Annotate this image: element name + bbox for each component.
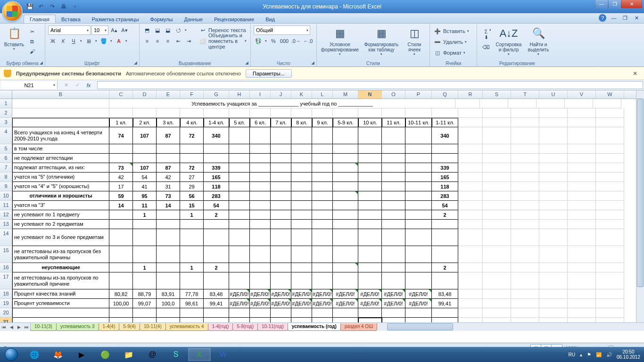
- cell-E14[interactable]: [157, 229, 180, 246]
- cell-N12[interactable]: [358, 210, 382, 220]
- cell-W18[interactable]: [596, 289, 624, 299]
- cell-M9[interactable]: [333, 182, 358, 191]
- cell-T5[interactable]: [511, 144, 539, 154]
- cell-C6[interactable]: [109, 154, 133, 163]
- minimize-button[interactable]: —: [595, 0, 608, 8]
- cell-O13[interactable]: [382, 220, 405, 229]
- cell-S17[interactable]: [483, 272, 511, 289]
- cell-D12[interactable]: 1: [133, 210, 157, 220]
- cell-V1[interactable]: [565, 99, 593, 108]
- delete-cells-label[interactable]: Удалить: [443, 39, 463, 45]
- cell-J21[interactable]: [271, 318, 291, 322]
- cell-P12[interactable]: [405, 210, 432, 220]
- row-label-10[interactable]: отличники и хорошисты: [12, 191, 109, 201]
- cell-U10[interactable]: [539, 191, 568, 201]
- tab-home[interactable]: Главная: [24, 15, 56, 23]
- increase-font-icon[interactable]: A▴: [109, 25, 119, 35]
- cell-U13[interactable]: [539, 220, 568, 229]
- cell-G2[interactable]: [204, 108, 229, 118]
- row-label-17[interactable]: не аттестованы из-за пропусков по уважит…: [12, 272, 109, 289]
- cell-I10[interactable]: [250, 191, 271, 201]
- clipboard-dialog-launcher[interactable]: ◢: [38, 60, 44, 66]
- cell-P14[interactable]: [405, 229, 432, 246]
- cell-H2[interactable]: [229, 108, 250, 118]
- cell-O8[interactable]: [382, 173, 405, 182]
- cell-W20[interactable]: [596, 308, 624, 318]
- cell-L21[interactable]: [312, 318, 333, 322]
- cell-R19[interactable]: [458, 299, 483, 308]
- comma-icon[interactable]: 000: [279, 36, 289, 46]
- cell-L2[interactable]: [312, 108, 333, 118]
- cell-F18[interactable]: 77,78: [180, 289, 204, 299]
- cell-J5[interactable]: [271, 144, 291, 154]
- cell-S10[interactable]: [483, 191, 511, 201]
- row-label-4[interactable]: Всего учащихся на конец 4 четверти 2009-…: [12, 127, 109, 144]
- cell-J20[interactable]: [271, 308, 291, 318]
- cell-V10[interactable]: [568, 191, 596, 201]
- cell-R10[interactable]: [458, 191, 483, 201]
- cell-N5[interactable]: [358, 144, 382, 154]
- cell-R18[interactable]: [458, 289, 483, 299]
- office-button[interactable]: [2, 1, 23, 22]
- cell-S20[interactable]: [483, 308, 511, 318]
- cell-N14[interactable]: [358, 229, 382, 246]
- cell-K20[interactable]: [291, 308, 312, 318]
- cell-S8[interactable]: [483, 173, 511, 182]
- cell-J19[interactable]: #ДЕЛ/0!: [271, 299, 291, 308]
- cell-V17[interactable]: [568, 272, 596, 289]
- increase-decimal-icon[interactable]: .0→: [290, 36, 302, 46]
- cell-U11[interactable]: [539, 201, 568, 210]
- cell-N20[interactable]: [358, 308, 382, 318]
- col-header-S[interactable]: S: [483, 90, 511, 99]
- cell-U4[interactable]: [539, 127, 568, 144]
- cell-W12[interactable]: [596, 210, 624, 220]
- cell-P9[interactable]: [405, 182, 432, 191]
- sheet-tab-1-4(4)[interactable]: 1-4(4): [99, 323, 120, 331]
- restore-window-icon[interactable]: ❐: [621, 14, 629, 22]
- decrease-indent-icon[interactable]: ⇤: [173, 36, 183, 46]
- cancel-formula-icon[interactable]: ✕: [61, 81, 71, 90]
- cell-G16[interactable]: 2: [204, 263, 229, 272]
- cell-S2[interactable]: [483, 108, 511, 118]
- cell-F6[interactable]: [180, 154, 204, 163]
- cell-G17[interactable]: [204, 272, 229, 289]
- cell-M6[interactable]: [333, 154, 358, 163]
- cell-H14[interactable]: [229, 229, 250, 246]
- cell-H13[interactable]: [229, 220, 250, 229]
- taskbar-ie-icon[interactable]: 🌐: [23, 348, 46, 361]
- tab-page-layout[interactable]: Разметка страницы: [86, 15, 145, 23]
- cell-L15[interactable]: [312, 246, 333, 263]
- cell-I17[interactable]: [250, 272, 271, 289]
- cell-B3[interactable]: [12, 118, 109, 127]
- cell-F8[interactable]: 27: [180, 173, 204, 182]
- sheet-tab-10-11(год)[interactable]: 10-11(год): [257, 323, 288, 331]
- cell-M8[interactable]: [333, 173, 358, 182]
- cell-H19[interactable]: #ДЕЛ/0!: [229, 299, 250, 308]
- cell-Q17[interactable]: [432, 272, 458, 289]
- merge-icon[interactable]: ⬜: [198, 36, 207, 46]
- fill-icon[interactable]: ⬇: [480, 33, 492, 42]
- header-K[interactable]: 8 кл.: [291, 118, 312, 127]
- cell-L9[interactable]: [312, 182, 333, 191]
- col-header-H[interactable]: H: [229, 90, 250, 99]
- cell-J18[interactable]: #ДЕЛ/0!: [271, 289, 291, 299]
- cell-J13[interactable]: [271, 220, 291, 229]
- cell-T4[interactable]: [511, 127, 539, 144]
- cell-V6[interactable]: [568, 154, 596, 163]
- col-header-C[interactable]: C: [109, 90, 133, 99]
- cell-D14[interactable]: [133, 229, 157, 246]
- cell-R11[interactable]: [458, 201, 483, 210]
- cell-W17[interactable]: [596, 272, 624, 289]
- header-L[interactable]: 9 кл.: [312, 118, 333, 127]
- name-box[interactable]: N21: [1, 81, 58, 89]
- cell-I2[interactable]: [250, 108, 271, 118]
- cell-P17[interactable]: [405, 272, 432, 289]
- header-H[interactable]: 5 кл.: [229, 118, 250, 127]
- col-header-J[interactable]: J: [271, 90, 291, 99]
- wrap-text-icon[interactable]: ↩: [198, 25, 207, 35]
- cell-F20[interactable]: [180, 308, 204, 318]
- cell-I14[interactable]: [250, 229, 271, 246]
- cell-W8[interactable]: [596, 173, 624, 182]
- cell-K9[interactable]: [291, 182, 312, 191]
- cell-K14[interactable]: [291, 229, 312, 246]
